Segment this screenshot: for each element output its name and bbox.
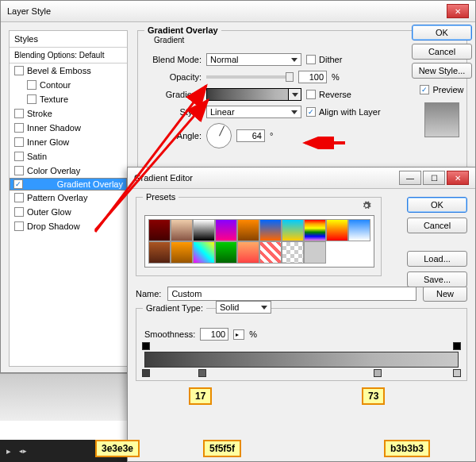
name-input[interactable]: Custom (167, 287, 416, 301)
preset-swatch[interactable] (237, 241, 259, 264)
preset-swatch[interactable] (326, 241, 348, 264)
style-item[interactable]: Texture (10, 92, 127, 106)
align-checkbox[interactable]: ✓ (306, 107, 316, 117)
smoothness-stepper[interactable]: ▸ (233, 329, 244, 340)
style-item[interactable]: Inner Shadow (10, 121, 127, 135)
gear-icon[interactable] (362, 201, 371, 210)
ge-save-button[interactable]: Save... (407, 271, 467, 287)
expand-icon[interactable]: ◂▸ (19, 447, 27, 455)
ge-ok-button[interactable]: OK (407, 197, 467, 213)
color-stop[interactable] (198, 369, 206, 377)
ok-button[interactable]: OK (412, 25, 472, 40)
layer-style-titlebar[interactable]: Layer Style ✕ (1, 1, 475, 22)
preset-swatch[interactable] (171, 241, 193, 264)
preset-swatch[interactable] (282, 241, 304, 264)
preset-swatch[interactable] (348, 241, 370, 264)
chevron-down-icon (261, 306, 267, 310)
style-checkbox[interactable] (14, 221, 24, 231)
dither-checkbox[interactable] (306, 55, 316, 64)
gradient-picker[interactable] (206, 88, 301, 101)
style-item[interactable]: Satin (10, 149, 127, 164)
style-checkbox[interactable] (14, 166, 24, 175)
style-checkbox[interactable] (27, 94, 36, 104)
annotation-note: 73 (362, 387, 385, 405)
style-item[interactable]: Drop Shadow (10, 219, 127, 233)
style-label: Inner Glow (27, 137, 69, 147)
angle-dial[interactable] (206, 123, 232, 148)
preset-swatch[interactable] (193, 219, 215, 241)
style-label: Bevel & Emboss (27, 66, 91, 75)
preset-swatch[interactable] (348, 219, 370, 241)
gradient-editor-titlebar[interactable]: Gradient Editor — ☐ ✕ (128, 167, 475, 189)
play-icon[interactable]: ▸ (6, 446, 11, 456)
color-stop[interactable] (142, 369, 150, 377)
style-item[interactable]: Stroke (10, 106, 127, 121)
angle-label: Angle: (144, 131, 202, 141)
style-checkbox[interactable] (14, 207, 24, 217)
styles-header[interactable]: Styles (10, 31, 127, 48)
style-item[interactable]: Contour (10, 78, 127, 92)
preset-swatch[interactable] (282, 219, 304, 241)
reverse-checkbox[interactable] (306, 90, 316, 99)
close-icon[interactable]: ✕ (447, 171, 469, 185)
preset-swatch[interactable] (148, 241, 171, 264)
style-checkbox[interactable]: ✓ (13, 179, 23, 189)
blend-mode-select[interactable]: Normal (206, 53, 301, 66)
style-checkbox[interactable] (27, 80, 36, 90)
cancel-button[interactable]: Cancel (412, 44, 472, 60)
angle-input[interactable]: 64 (236, 129, 265, 142)
style-item[interactable]: Outer Glow (10, 205, 127, 219)
gradient-editor-title: Gradient Editor (134, 173, 193, 183)
color-stop[interactable] (453, 369, 461, 377)
new-style-button[interactable]: New Style... (412, 63, 472, 79)
preset-swatch[interactable] (304, 241, 326, 264)
gt-label: Gradient Type: (143, 303, 206, 313)
preset-swatch[interactable] (215, 219, 237, 241)
style-label: Stroke (27, 109, 52, 118)
dither-label: Dither (319, 55, 342, 64)
style-item[interactable]: Color Overlay (10, 164, 127, 178)
preset-swatch[interactable] (237, 219, 259, 241)
preset-swatch[interactable] (304, 219, 326, 241)
opacity-label: Opacity: (144, 72, 202, 82)
opacity-slider[interactable] (206, 75, 294, 79)
align-label: Align with Layer (319, 107, 381, 117)
style-checkbox[interactable] (14, 123, 24, 133)
preset-swatch[interactable] (171, 219, 193, 241)
smoothness-input[interactable]: 100 (200, 328, 228, 341)
gradient-sublegend: Gradient (151, 36, 187, 44)
color-stop[interactable] (374, 369, 382, 377)
close-icon[interactable]: ✕ (447, 4, 469, 18)
style-checkbox[interactable] (14, 66, 24, 75)
ge-load-button[interactable]: Load... (407, 251, 467, 267)
preset-grid[interactable] (144, 215, 374, 268)
preset-swatch[interactable] (259, 219, 282, 241)
preview-checkbox[interactable]: ✓ (420, 85, 429, 94)
style-select[interactable]: Linear (206, 106, 301, 118)
gradient-type-select[interactable]: Solid (216, 301, 271, 314)
new-button[interactable]: New (423, 286, 467, 302)
style-checkbox[interactable] (14, 193, 24, 202)
minimize-icon[interactable]: — (399, 171, 421, 185)
gradient-editor-dialog: Gradient Editor — ☐ ✕ Presets OK Cancel … (127, 167, 476, 462)
gradient-bar[interactable] (144, 352, 459, 368)
style-item[interactable]: Bevel & Emboss (10, 64, 127, 78)
style-item[interactable]: Inner Glow (10, 135, 127, 149)
style-checkbox[interactable] (14, 152, 24, 161)
opacity-stop[interactable] (142, 342, 150, 350)
preset-swatch[interactable] (215, 241, 237, 264)
maximize-icon[interactable]: ☐ (423, 171, 445, 185)
style-item[interactable]: ✓Gradient Overlay (10, 178, 127, 191)
opacity-input[interactable]: 100 (298, 71, 327, 83)
preset-swatch[interactable] (193, 241, 215, 264)
style-item[interactable]: Pattern Overlay (10, 191, 127, 205)
opacity-stop[interactable] (453, 342, 461, 350)
ge-cancel-button[interactable]: Cancel (407, 218, 467, 233)
preset-swatch[interactable] (148, 219, 171, 241)
blending-options[interactable]: Blending Options: Default (10, 48, 127, 64)
style-checkbox[interactable] (14, 137, 24, 147)
preset-swatch[interactable] (326, 219, 348, 241)
style-checkbox[interactable] (14, 109, 24, 118)
annotation-note: 3e3e3e (95, 440, 140, 457)
preset-swatch[interactable] (259, 241, 282, 264)
